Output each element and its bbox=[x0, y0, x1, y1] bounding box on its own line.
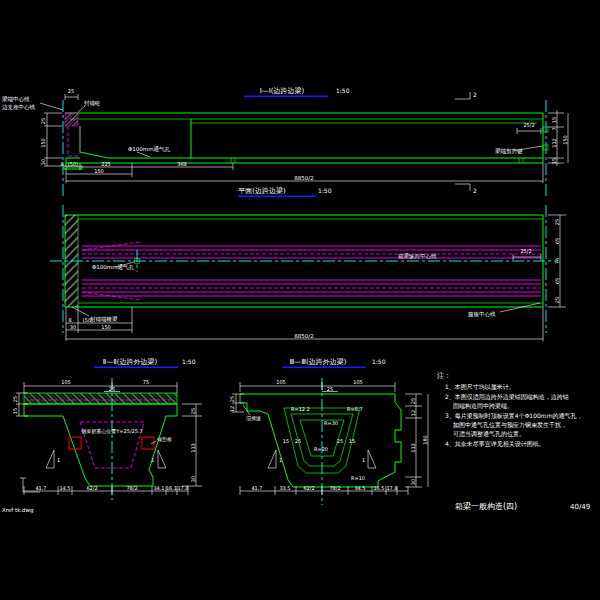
right-chain-0: 15 bbox=[551, 117, 557, 123]
dim-25-2: 25/2 bbox=[523, 122, 534, 128]
section3-dim25: 25 bbox=[327, 386, 333, 392]
section2-deck-hatch bbox=[24, 393, 177, 404]
section2-bottom-1: 14.5 bbox=[59, 485, 70, 491]
cad-drawing-canvas: Ⅰ—Ⅰ(边跨边梁) 1:50 2 2 梁端中心线 边支座中心线 封锚砼 Φ100… bbox=[0, 0, 600, 600]
right-chain-3: 15 bbox=[551, 158, 557, 164]
section3-bottom-2: 62/2 bbox=[303, 485, 314, 491]
section2-bottom-2: 62/2 bbox=[86, 485, 97, 491]
note-line-3: 3、每片梁预制时顶板设置4个Φ100mm的通气孔， bbox=[445, 412, 583, 420]
note-line-4: 如图中通气孔位置与预应力钢束发生干扰， bbox=[445, 421, 567, 429]
plan-bottom-0: 8 bbox=[68, 317, 71, 323]
left-chain-2: 30 bbox=[40, 159, 46, 165]
section2-bottom-3: 78/2 bbox=[126, 485, 137, 491]
bottom-dim-2: 225 bbox=[101, 161, 111, 167]
notes-heading: 注： bbox=[437, 371, 451, 380]
section3-scale: 1:50 bbox=[372, 358, 386, 365]
web-cl-label: 腹板中心线 bbox=[468, 311, 496, 317]
web-dim-2: 25 bbox=[337, 438, 343, 444]
radius-4: R=10 bbox=[351, 475, 365, 481]
section3-right-2: 113 bbox=[410, 443, 416, 453]
section2-bottom-5: 16.1 bbox=[166, 485, 177, 491]
section3-bottom-3: 78/2 bbox=[329, 485, 340, 491]
section2-right-2: 30 bbox=[190, 476, 196, 482]
plan-right-1: 65 bbox=[554, 238, 560, 244]
plan-right-0: 25 bbox=[554, 219, 560, 225]
seal-label: 封锚砼 bbox=[84, 100, 101, 107]
title-underline bbox=[244, 96, 328, 98]
plan-dim-25-2: 25/2 bbox=[520, 248, 531, 254]
radius-2: R=30 bbox=[324, 420, 338, 426]
section2-bottom-6: 17.8 bbox=[177, 485, 188, 491]
section3-slope-right: 1 bbox=[362, 457, 365, 463]
section2-bottom-4: 34.1 bbox=[153, 485, 164, 491]
elevation-scale: 1:50 bbox=[336, 87, 350, 94]
bottom-dim-1: (50) bbox=[68, 161, 78, 167]
plan-right-4: 25 bbox=[554, 297, 560, 303]
section3-top-0: 105 bbox=[276, 379, 286, 385]
web-dim-1: 25 bbox=[295, 438, 301, 444]
end-beam-label: 封锚端横梁 bbox=[90, 315, 118, 322]
right-chain-2: 112 bbox=[551, 138, 557, 148]
plan-bottom-1: 30 bbox=[70, 324, 76, 330]
section2-slope-left: 1 bbox=[57, 457, 60, 463]
plan-title: 平面(边跨边梁) bbox=[238, 186, 286, 195]
section-cut-label-bottom: 2 bbox=[473, 187, 477, 194]
dim-25: 25 bbox=[68, 88, 74, 94]
drawing-title: 箱梁一般构造(四) bbox=[455, 501, 517, 511]
tendon-cg-label: 钢束群重心位置Y=25/25.7 bbox=[81, 428, 142, 434]
section2-top-0: 105 bbox=[61, 379, 71, 385]
radius-0: R=12.2 bbox=[291, 406, 310, 412]
note-line-0: 1、本图尺寸均以厘米计。 bbox=[445, 383, 515, 391]
bottom-dim-0: 8 bbox=[60, 161, 63, 167]
left-chain-0: 25 bbox=[40, 118, 46, 124]
section3-right-total: 180 bbox=[422, 435, 428, 445]
section2-scale: 1:50 bbox=[182, 358, 196, 365]
section2-right-0: 25 bbox=[190, 408, 196, 414]
section2-right-1: 113 bbox=[190, 443, 196, 453]
plan-right-3: 65 bbox=[554, 278, 560, 284]
section3-bottom-1: 33.5 bbox=[279, 485, 290, 491]
section3-right-3: 30 bbox=[410, 479, 416, 485]
section2-top-1: 75 bbox=[143, 379, 149, 385]
wet-joint-label: 湿接缝 bbox=[246, 415, 261, 421]
beam-end-cl-label: 梁端中心线 bbox=[2, 95, 30, 102]
plan-centerline-label: 箱梁纵向中心线 bbox=[398, 252, 437, 259]
section2-underline bbox=[94, 367, 178, 369]
elevation-title: Ⅰ—Ⅰ(边跨边梁) bbox=[260, 86, 305, 95]
plan-bottom-3: 150 bbox=[101, 324, 111, 330]
plan-bottom-2: (50) bbox=[83, 317, 93, 323]
plan-title-underline bbox=[238, 196, 316, 198]
section3-bottom-0: 41.7 bbox=[251, 485, 262, 491]
right-chain-total: 150 bbox=[562, 135, 568, 145]
section3-right-1: 12 bbox=[410, 410, 416, 416]
section3-bottom-5: 16.5 bbox=[373, 485, 384, 491]
section3-left-1: 12 bbox=[229, 406, 235, 412]
note-line-1: 2、本图仅适用边跨外边梁锚固端构造，边跨锚 bbox=[445, 393, 569, 401]
cad-drawing: Ⅰ—Ⅰ(边跨边梁) 1:50 2 2 梁端中心线 边支座中心线 封锚砼 Φ100… bbox=[0, 0, 600, 600]
section3-top-1: 105 bbox=[353, 379, 363, 385]
right-chain-1: 7 bbox=[551, 127, 557, 130]
radius-3: R=20 bbox=[314, 446, 328, 452]
elevation-vent-label: Φ100mm通气孔 bbox=[128, 145, 171, 153]
section2-bottom-0: 41.7 bbox=[35, 485, 46, 491]
radius-1: R=8.7 bbox=[347, 406, 363, 412]
section3-left-0: 25 bbox=[229, 396, 235, 402]
note-line-2: 固端构造同中跨梁端。 bbox=[445, 402, 513, 410]
plan-bottom-total: 8850/2 bbox=[294, 333, 313, 339]
web-dim-3: 15 bbox=[349, 438, 355, 444]
section3-bottom-4: 34.5 bbox=[354, 485, 365, 491]
seal-anchor-hatch bbox=[65, 113, 78, 126]
section2-left-1: 15 bbox=[12, 408, 18, 414]
note-line-6: 4、其余未尽事宜详见相关设计图纸。 bbox=[445, 440, 545, 448]
note-line-5: 可适当调整通气孔的位置。 bbox=[445, 430, 525, 438]
section3-title: Ⅲ—Ⅲ(边跨外边梁) bbox=[289, 357, 346, 366]
section2-slope-right: 1 bbox=[151, 457, 154, 463]
plan-vent-label: Φ100mm通气孔 bbox=[92, 263, 135, 271]
section3-right-0: 25 bbox=[410, 398, 416, 404]
bearing-cl-label: 边支座中心线 bbox=[2, 104, 36, 111]
shear-key-label: 梁端剪力键 bbox=[495, 147, 523, 155]
sheet-number: 40/49 bbox=[570, 503, 590, 511]
stamp-text: Xref tk.dwg bbox=[2, 507, 34, 514]
section-cut-label-top: 2 bbox=[473, 91, 477, 98]
left-chain-1: 150 bbox=[40, 138, 46, 148]
